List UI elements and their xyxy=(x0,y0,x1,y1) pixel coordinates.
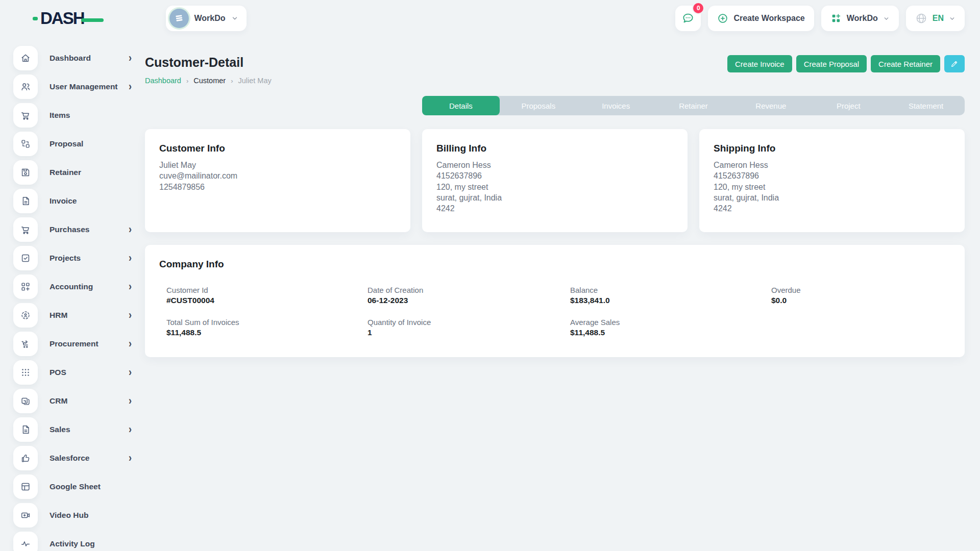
workspace-selector[interactable]: WorkDo xyxy=(166,6,247,31)
chevron-right-icon: › xyxy=(129,52,132,65)
video-camera-icon xyxy=(13,503,38,528)
tab-details[interactable]: Details xyxy=(422,96,500,115)
card-title: Company Info xyxy=(159,259,950,270)
plus-circle-icon xyxy=(717,13,728,24)
create-proposal-button[interactable]: Create Proposal xyxy=(796,55,867,72)
detail-tabs: Details Proposals Invoices Retainer Reve… xyxy=(422,96,965,115)
field-overdue: Overdue $0.0 xyxy=(771,286,950,305)
workspace-name: WorkDo xyxy=(194,14,226,23)
check-square-icon xyxy=(13,246,38,270)
create-invoice-button[interactable]: Create Invoice xyxy=(727,55,792,72)
billing-info-card: Billing Info Cameron Hess 4152637896 120… xyxy=(422,129,688,232)
globe-icon xyxy=(915,12,927,24)
sidebar-item-dashboard[interactable]: Dashboard › xyxy=(13,46,132,70)
billing-street: 120, my street xyxy=(436,182,673,192)
tab-project[interactable]: Project xyxy=(810,96,887,115)
document-icon xyxy=(13,417,38,442)
sidebar-item-pos[interactable]: POS › xyxy=(13,360,132,385)
billing-zip: 4242 xyxy=(436,203,673,214)
chevron-right-icon: › xyxy=(129,337,132,350)
breadcrumb-dashboard[interactable]: Dashboard xyxy=(145,77,181,85)
card-title: Shipping Info xyxy=(714,143,950,154)
chevron-down-icon xyxy=(883,15,890,22)
pencil-icon xyxy=(950,60,959,68)
logo-text: DASH xyxy=(40,9,84,28)
page-title: Customer-Detail xyxy=(145,55,243,70)
chevron-right-icon: › xyxy=(129,394,132,408)
create-workspace-button[interactable]: Create Workspace xyxy=(708,6,814,31)
document-icon xyxy=(13,189,38,213)
shipping-street: 120, my street xyxy=(714,182,950,192)
shipping-name: Cameron Hess xyxy=(714,160,950,170)
cart-icon xyxy=(13,103,38,128)
billing-name: Cameron Hess xyxy=(436,160,673,170)
cart-arrow-icon xyxy=(13,332,38,356)
field-average-sales: Average Sales $11,488.5 xyxy=(570,318,771,337)
billing-phone: 4152637896 xyxy=(436,170,673,181)
sidebar-item-google-sheet[interactable]: Google Sheet xyxy=(13,474,132,499)
field-balance: Balance $183,841.0 xyxy=(570,286,771,305)
sidebar-item-video-hub[interactable]: Video Hub xyxy=(13,503,132,528)
messages-button[interactable]: 0 xyxy=(675,6,701,31)
sidebar-item-salesforce[interactable]: Salesforce › xyxy=(13,446,132,470)
card-title: Customer Info xyxy=(159,143,396,154)
workspace-switcher[interactable]: WorkDo xyxy=(821,6,899,31)
chevron-right-icon: › xyxy=(129,223,132,236)
tab-statement[interactable]: Statement xyxy=(887,96,965,115)
breadcrumb: Dashboard › Customer › Juliet May xyxy=(145,77,965,85)
sidebar-item-invoice[interactable]: Invoice xyxy=(13,189,132,213)
create-workspace-label: Create Workspace xyxy=(733,14,804,23)
tab-revenue[interactable]: Revenue xyxy=(732,96,810,115)
sidebar-item-procurement[interactable]: Procurement › xyxy=(13,332,132,356)
field-total-sum-of-invoices: Total Sum of Invoices $11,488.5 xyxy=(166,318,368,337)
tab-invoices[interactable]: Invoices xyxy=(577,96,655,115)
shipping-info-card: Shipping Info Cameron Hess 4152637896 12… xyxy=(699,129,965,232)
person-scan-icon xyxy=(13,303,38,328)
tab-proposals[interactable]: Proposals xyxy=(500,96,577,115)
language-selector[interactable]: EN xyxy=(906,6,965,31)
chevron-right-icon: › xyxy=(129,280,132,293)
billing-city: surat, gujrat, India xyxy=(436,192,673,203)
logo-accent-bar xyxy=(81,18,104,22)
app-logo[interactable]: DASH xyxy=(33,9,104,28)
sidebar-item-activity-log[interactable]: Activity Log xyxy=(13,532,132,551)
create-retainer-button[interactable]: Create Retainer xyxy=(871,55,940,72)
logo-accent-dot xyxy=(33,17,38,20)
sidebar-item-user-management[interactable]: User Management › xyxy=(13,74,132,99)
building-icon xyxy=(174,13,185,24)
main-content: Customer-Detail Create Invoice Create Pr… xyxy=(145,37,980,357)
thumbs-up-icon xyxy=(13,446,38,470)
customer-email: cuve@mailinator.com xyxy=(159,170,396,181)
edit-customer-button[interactable] xyxy=(944,55,965,72)
sidebar-item-sales[interactable]: Sales › xyxy=(13,417,132,442)
messages-badge: 0 xyxy=(692,2,704,14)
sidebar-item-accounting[interactable]: Accounting › xyxy=(13,274,132,299)
sidebar-item-hrm[interactable]: HRM › xyxy=(13,303,132,328)
home-icon xyxy=(13,46,38,70)
sidebar-item-retainer[interactable]: Retainer xyxy=(13,160,132,185)
cart-icon xyxy=(13,217,38,242)
breadcrumb-current: Juliet May xyxy=(238,77,271,85)
sidebar-item-crm[interactable]: CRM › xyxy=(13,389,132,413)
chevron-right-icon: › xyxy=(186,77,188,85)
sidebar-item-projects[interactable]: Projects › xyxy=(13,246,132,270)
topbar-actions: 0 Create Workspace WorkDo EN xyxy=(675,6,965,31)
tab-retainer[interactable]: Retainer xyxy=(655,96,732,115)
customer-phone: 1254879856 xyxy=(159,182,396,192)
sidebar-item-items[interactable]: Items xyxy=(13,103,132,128)
language-label: EN xyxy=(933,14,944,23)
users-icon xyxy=(13,74,38,99)
breadcrumb-customer[interactable]: Customer xyxy=(193,77,226,85)
transfer-icon xyxy=(13,132,38,156)
sidebar-item-purchases[interactable]: Purchases › xyxy=(13,217,132,242)
field-date-of-creation: Date of Creation 06-12-2023 xyxy=(368,286,570,305)
shipping-zip: 4242 xyxy=(714,203,950,214)
field-customer-id: Customer Id #CUST00004 xyxy=(166,286,368,305)
workspace-avatar xyxy=(169,9,189,28)
page-actions: Create Invoice Create Proposal Create Re… xyxy=(727,55,965,72)
chevron-right-icon: › xyxy=(129,423,132,436)
customer-info-card: Customer Info Juliet May cuve@mailinator… xyxy=(145,129,410,232)
topbar: DASH WorkDo 0 Create Workspace xyxy=(0,0,980,37)
sidebar-item-proposal[interactable]: Proposal xyxy=(13,132,132,156)
shipping-phone: 4152637896 xyxy=(714,170,950,181)
